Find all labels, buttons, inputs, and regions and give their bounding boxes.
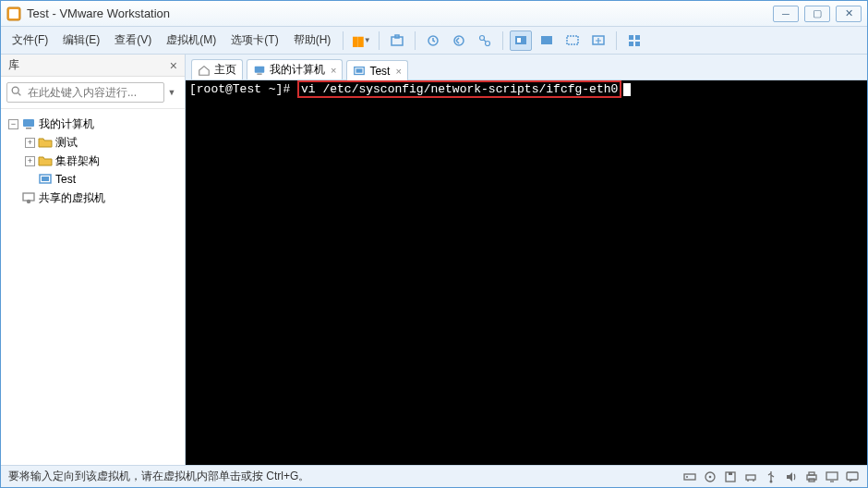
svg-rect-1 bbox=[9, 9, 18, 18]
device-display-icon[interactable] bbox=[825, 470, 839, 484]
search-icon bbox=[10, 85, 23, 98]
search-dropdown-icon[interactable]: ▼ bbox=[164, 88, 179, 97]
svg-rect-28 bbox=[684, 474, 695, 480]
svg-rect-9 bbox=[517, 38, 521, 43]
expander-icon[interactable]: + bbox=[25, 156, 35, 166]
svg-rect-14 bbox=[635, 35, 640, 40]
menu-file[interactable]: 文件(F) bbox=[6, 30, 54, 51]
view-console-button[interactable] bbox=[510, 30, 532, 51]
snapshot-manager-button[interactable] bbox=[474, 30, 496, 51]
svg-rect-37 bbox=[809, 472, 814, 475]
snapshot-revert-button[interactable] bbox=[448, 30, 470, 51]
tab-close-icon[interactable]: × bbox=[395, 66, 401, 77]
sidebar-close-icon[interactable]: × bbox=[170, 58, 177, 73]
status-message: 要将输入定向到该虚拟机，请在虚拟机内部单击或按 Ctrl+G。 bbox=[8, 469, 309, 484]
expander-blank bbox=[25, 175, 35, 185]
home-icon bbox=[198, 64, 211, 77]
svg-point-35 bbox=[770, 480, 773, 482]
device-network-icon[interactable] bbox=[743, 470, 758, 484]
svg-point-17 bbox=[12, 87, 18, 93]
maximize-button[interactable]: ▢ bbox=[804, 6, 830, 22]
expander-icon[interactable]: − bbox=[8, 119, 18, 129]
tab-label: 主页 bbox=[214, 62, 236, 78]
menu-help[interactable]: 帮助(H) bbox=[288, 30, 337, 51]
separator bbox=[616, 31, 617, 50]
svg-point-31 bbox=[709, 475, 712, 478]
device-hdd-icon[interactable] bbox=[682, 470, 697, 484]
expander-icon[interactable]: + bbox=[25, 138, 35, 148]
separator bbox=[343, 31, 344, 50]
main-area: 库 × ▼ − 我的计算机 + 测试 bbox=[1, 55, 867, 465]
sidebar-header: 库 × bbox=[1, 55, 185, 77]
vm-console[interactable]: [root@Test ~]# vi /etc/sysconfig/network… bbox=[186, 80, 867, 465]
svg-point-6 bbox=[480, 35, 485, 40]
minimize-button[interactable]: ─ bbox=[773, 6, 799, 22]
snapshot-button[interactable] bbox=[386, 30, 408, 51]
tab-my-computer[interactable]: 我的计算机 × bbox=[247, 59, 343, 79]
tree-node-test-vm[interactable]: Test bbox=[5, 170, 181, 189]
computer-icon bbox=[253, 64, 266, 77]
vm-icon bbox=[38, 172, 53, 187]
view-fullscreen-button[interactable] bbox=[536, 30, 558, 51]
svg-rect-27 bbox=[356, 68, 363, 72]
device-printer-icon[interactable] bbox=[804, 470, 819, 484]
status-message-icon[interactable] bbox=[845, 470, 860, 484]
status-device-icons bbox=[682, 470, 860, 484]
svg-rect-10 bbox=[541, 36, 552, 44]
tab-bar: 主页 我的计算机 × Test × bbox=[186, 55, 867, 80]
svg-rect-21 bbox=[42, 177, 49, 181]
tree-node-test-folder[interactable]: + 测试 bbox=[5, 133, 181, 152]
terminal-cursor bbox=[623, 83, 631, 96]
view-stretch-button[interactable] bbox=[587, 30, 609, 51]
titlebar: Test - VMware Workstation ─ ▢ ✕ bbox=[1, 1, 867, 27]
tab-close-icon[interactable]: × bbox=[331, 65, 336, 76]
view-thumbnail-button[interactable] bbox=[623, 30, 645, 51]
menu-edit[interactable]: 编辑(E) bbox=[57, 30, 105, 51]
device-sound-icon[interactable] bbox=[784, 470, 799, 484]
svg-rect-13 bbox=[629, 35, 633, 40]
svg-rect-25 bbox=[257, 73, 261, 74]
expander-blank bbox=[8, 193, 18, 203]
window-controls: ─ ▢ ✕ bbox=[773, 6, 862, 22]
device-cd-icon[interactable] bbox=[703, 470, 717, 484]
menu-view[interactable]: 查看(V) bbox=[109, 30, 157, 51]
folder-icon bbox=[38, 135, 53, 150]
sidebar-search: ▼ bbox=[1, 77, 185, 109]
svg-rect-39 bbox=[826, 472, 838, 480]
snapshot-take-button[interactable] bbox=[422, 30, 444, 51]
tree-node-shared-vms[interactable]: 共享的虚拟机 bbox=[5, 189, 181, 207]
menubar: 文件(F) 编辑(E) 查看(V) 虚拟机(M) 选项卡(T) 帮助(H) ▮▮… bbox=[1, 27, 867, 55]
svg-rect-16 bbox=[635, 42, 640, 46]
sidebar: 库 × ▼ − 我的计算机 + 测试 bbox=[1, 55, 186, 465]
tree-node-cluster-folder[interactable]: + 集群架构 bbox=[5, 152, 181, 170]
svg-rect-19 bbox=[26, 128, 31, 129]
close-button[interactable]: ✕ bbox=[836, 6, 862, 22]
tree-label: Test bbox=[55, 173, 76, 186]
pause-button[interactable]: ▮▮▼ bbox=[350, 30, 372, 51]
device-floppy-icon[interactable] bbox=[723, 470, 738, 484]
app-window: Test - VMware Workstation ─ ▢ ✕ 文件(F) 编辑… bbox=[0, 0, 868, 488]
menu-tabs[interactable]: 选项卡(T) bbox=[225, 30, 283, 51]
statusbar: 要将输入定向到该虚拟机，请在虚拟机内部单击或按 Ctrl+G。 bbox=[1, 465, 867, 487]
content-area: 主页 我的计算机 × Test × [root@Test ~]# vi /etc… bbox=[186, 55, 867, 465]
tree-label: 测试 bbox=[55, 135, 78, 151]
svg-rect-11 bbox=[567, 36, 578, 44]
view-unity-button[interactable] bbox=[561, 30, 584, 51]
library-tree: − 我的计算机 + 测试 + 集群架构 Test bbox=[1, 109, 185, 465]
svg-point-7 bbox=[486, 41, 490, 45]
tab-label: Test bbox=[369, 65, 390, 78]
svg-rect-24 bbox=[255, 66, 265, 72]
device-usb-icon[interactable] bbox=[764, 470, 778, 484]
tree-node-my-computer[interactable]: − 我的计算机 bbox=[5, 115, 181, 133]
tab-test[interactable]: Test × bbox=[346, 60, 407, 80]
tab-home[interactable]: 主页 bbox=[191, 59, 243, 79]
tree-label: 共享的虚拟机 bbox=[39, 190, 105, 206]
menu-vm[interactable]: 虚拟机(M) bbox=[161, 30, 222, 51]
svg-rect-15 bbox=[629, 42, 633, 46]
tree-label: 我的计算机 bbox=[39, 116, 94, 132]
terminal-command: vi /etc/sysconfig/network-scripts/ifcfg-… bbox=[297, 80, 621, 98]
svg-rect-40 bbox=[847, 472, 858, 480]
window-title: Test - VMware Workstation bbox=[27, 6, 773, 20]
app-icon bbox=[6, 6, 21, 21]
search-input[interactable] bbox=[6, 82, 164, 103]
